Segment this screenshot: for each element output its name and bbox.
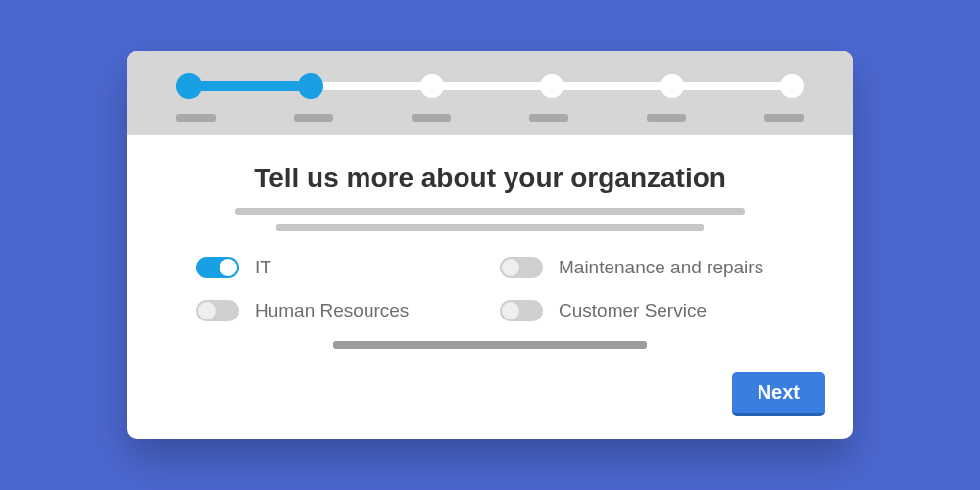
option-maintenance: Maintenance and repairs (500, 257, 784, 278)
step-dot-5[interactable] (661, 74, 684, 98)
options-grid: IT Maintenance and repairs Human Resourc… (196, 257, 784, 321)
subtitle-placeholder (196, 208, 784, 231)
step-label-placeholder (764, 114, 804, 122)
card-body: Tell us more about your organzation IT M… (127, 135, 853, 372)
step-label-placeholder (412, 114, 451, 122)
option-hr: Human Resources (196, 300, 480, 321)
stepper-steps (176, 73, 804, 100)
step-label-placeholder (529, 114, 568, 122)
next-button[interactable]: Next (732, 372, 825, 416)
toggle-customer-service[interactable] (500, 300, 543, 321)
step-label-placeholder (294, 114, 333, 122)
step-dot-6[interactable] (780, 74, 804, 98)
step-dot-3[interactable] (420, 74, 444, 98)
option-it: IT (196, 257, 480, 278)
bottom-placeholder-line (333, 341, 647, 349)
option-customer-service: Customer Service (500, 300, 784, 321)
onboarding-card: Tell us more about your organzation IT M… (127, 51, 853, 439)
toggle-it[interactable] (196, 257, 239, 278)
step-dot-4[interactable] (540, 74, 564, 98)
option-label: IT (255, 257, 271, 278)
option-label: Human Resources (255, 300, 409, 321)
progress-stepper (127, 51, 853, 135)
toggle-maintenance[interactable] (500, 257, 543, 278)
option-label: Maintenance and repairs (559, 257, 763, 278)
stepper-track (176, 73, 804, 100)
card-footer: Next (127, 372, 853, 439)
step-label-placeholder (647, 114, 686, 122)
toggle-hr[interactable] (196, 300, 239, 321)
step-label-placeholder (176, 114, 216, 122)
step-dot-2[interactable] (298, 74, 323, 99)
step-dot-1[interactable] (176, 74, 202, 99)
option-label: Customer Service (559, 300, 707, 321)
stepper-labels (176, 114, 804, 122)
page-title: Tell us more about your organzation (196, 163, 784, 194)
